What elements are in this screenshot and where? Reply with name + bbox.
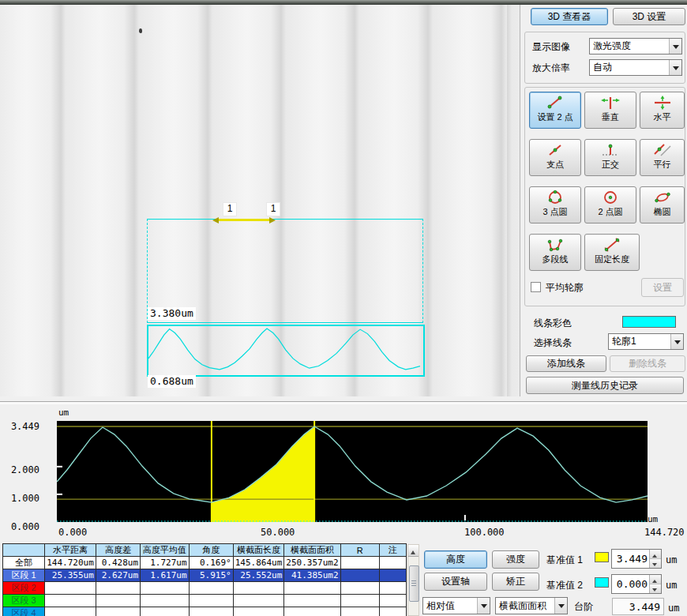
lower-height-value: 0.688um xyxy=(148,375,196,388)
3d-settings-button[interactable]: 3D 设置 xyxy=(613,8,685,25)
row-label-cell[interactable]: 区段 3 xyxy=(3,595,45,607)
tool-polyline-button[interactable]: 多段线 xyxy=(529,234,581,271)
table-header-cell[interactable]: R xyxy=(340,544,380,557)
tool-vertical-button[interactable]: 垂直 xyxy=(584,92,636,129)
row-label-cell[interactable]: 全部 xyxy=(3,557,45,569)
vertical-line-icon xyxy=(601,96,620,110)
average-profile-checkbox[interactable] xyxy=(531,282,541,292)
circle-3-points-icon xyxy=(546,190,565,205)
scroll-thumb[interactable] xyxy=(409,565,419,602)
table-row[interactable]: 区段 3 xyxy=(3,595,407,607)
reference1-label: 基准值 1 xyxy=(546,554,583,566)
tool-label: 固定长度 xyxy=(595,254,629,265)
reference1-color-swatch[interactable] xyxy=(595,552,609,562)
reference2-spinner[interactable]: 0.000 xyxy=(611,574,662,594)
table-header-cell[interactable]: 角度 xyxy=(189,544,233,557)
measure-line-history-button[interactable]: 测量线历史记录 xyxy=(526,377,684,394)
step-value-box: 3.449 xyxy=(612,598,664,615)
chevron-down-icon xyxy=(669,60,681,75)
x-tick-label: 0.000 xyxy=(58,527,87,538)
horizontal-line-icon xyxy=(653,96,672,110)
table-cell xyxy=(380,582,407,595)
row-label-cell[interactable]: 区段 2 xyxy=(3,582,45,595)
spinner-arrows-icon[interactable] xyxy=(649,550,661,568)
table-header-cell[interactable] xyxy=(3,544,45,557)
table-header-cell[interactable]: 注 xyxy=(380,544,407,557)
fixed-length-icon xyxy=(603,238,621,252)
microscope-image-view[interactable]: 1 1 3.380um 0.688um xyxy=(0,5,520,396)
display-image-label: 显示图像 xyxy=(532,40,570,53)
set-axis-button[interactable]: 设置轴 xyxy=(424,573,487,591)
table-cell: 0.428um xyxy=(96,557,140,569)
tool-set-2-points-button[interactable]: 设置 2 点 xyxy=(529,92,581,129)
tool-fixed-length-button[interactable]: 固定长度 xyxy=(584,234,640,271)
table-scrollbar[interactable] xyxy=(407,544,419,616)
table-cell xyxy=(380,607,407,616)
delete-line-button[interactable]: 删除线条 xyxy=(610,355,685,372)
measurement-line-segment[interactable] xyxy=(219,219,269,221)
table-header-cell[interactable]: 高度差 xyxy=(96,544,140,557)
table-row[interactable]: 区段 125.355um2.627um1.617um5.915°25.552um… xyxy=(3,569,407,582)
set-button[interactable]: 设置 xyxy=(641,278,684,297)
table-cell xyxy=(340,569,380,582)
row-label-cell[interactable]: 区段 1 xyxy=(3,569,45,582)
cross-section-select[interactable]: 横截面面积 xyxy=(495,597,568,614)
add-line-button[interactable]: 添加线条 xyxy=(526,355,606,372)
tool-2-point-circle-button[interactable]: 2 点圆 xyxy=(584,186,636,223)
magnification-select[interactable]: 自动 xyxy=(589,59,682,76)
tool-horizontal-button[interactable]: 水平 xyxy=(640,92,685,129)
line-color-swatch[interactable] xyxy=(622,316,676,328)
spinner-arrows-icon[interactable] xyxy=(649,575,661,593)
table-row[interactable]: 全部144.720um0.428um1.727um0.169°145.864um… xyxy=(3,557,407,569)
table-cell xyxy=(96,582,140,595)
app-window: 1 1 3.380um 0.688um 3D 查看器 3D 设置 显示图像 激光… xyxy=(0,0,687,616)
profile-chart-area: um 3.449 2.000 1.000 0.000 0.000 50.000 … xyxy=(0,404,687,542)
3d-viewer-button[interactable]: 3D 查看器 xyxy=(531,8,608,25)
table-cell xyxy=(189,607,233,616)
profile-preview-box xyxy=(147,325,425,377)
step-label: 台阶 xyxy=(574,600,593,613)
intensity-mode-button[interactable]: 强度 xyxy=(492,550,539,569)
table-row[interactable]: 区段 4 xyxy=(3,607,407,616)
reference1-spinner[interactable]: 3.449 xyxy=(611,549,662,569)
relative-value-select[interactable]: 相对值 xyxy=(422,597,490,614)
table-cell xyxy=(96,595,140,607)
tool-orthogonal-button[interactable]: 正交 xyxy=(584,139,636,176)
correction-button[interactable]: 矫正 xyxy=(492,573,539,591)
scroll-up-icon[interactable] xyxy=(408,545,419,557)
chevron-down-icon xyxy=(669,39,681,54)
table-cell: 25.552um xyxy=(233,569,284,582)
height-mode-button[interactable]: 高度 xyxy=(424,550,487,569)
row-label-cell[interactable]: 区段 4 xyxy=(3,607,45,616)
parallel-lines-icon xyxy=(653,143,672,157)
table-header-cell[interactable]: 横截面长度 xyxy=(233,544,284,557)
profile-plot[interactable] xyxy=(57,421,648,522)
y-tick-label: 3.449 xyxy=(3,421,39,432)
table-header-cell[interactable]: 高度平均值 xyxy=(141,544,189,557)
cross-section-value: 横截面面积 xyxy=(499,599,546,613)
tool-label: 正交 xyxy=(602,159,619,171)
table-cell xyxy=(45,582,96,595)
display-image-select[interactable]: 激光强度 xyxy=(589,38,682,54)
tool-parallel-button[interactable]: 平行 xyxy=(640,139,685,176)
table-cell xyxy=(284,582,340,595)
tool-3-point-circle-button[interactable]: 3 点圆 xyxy=(529,186,581,223)
select-line-value: 轮廓1 xyxy=(612,335,636,348)
orthogonal-line-icon xyxy=(601,143,620,157)
tool-pivot-button[interactable]: 支点 xyxy=(529,139,581,176)
display-image-value: 激光强度 xyxy=(593,39,631,53)
x-tick-label: 100.000 xyxy=(464,527,505,538)
tool-ellipse-button[interactable]: 椭圆 xyxy=(640,186,685,223)
x-tick-label: 144.720 xyxy=(644,527,685,538)
table-cell xyxy=(45,607,96,616)
reference2-color-swatch[interactable] xyxy=(595,577,609,588)
chevron-down-icon xyxy=(477,598,490,614)
table-header-cell[interactable]: 横截面面积 xyxy=(284,544,340,557)
table-cell xyxy=(340,607,380,616)
table-header-cell[interactable]: 水平距离 xyxy=(45,544,96,557)
relative-value: 相对值 xyxy=(426,599,455,613)
select-line-select[interactable]: 轮廓1 xyxy=(608,333,684,350)
segment-results-table: 水平距离高度差高度平均值角度横截面长度横截面面积R注 全部144.720um0.… xyxy=(2,543,407,616)
table-row[interactable]: 区段 2 xyxy=(3,582,407,595)
tool-label: 设置 2 点 xyxy=(537,111,572,123)
